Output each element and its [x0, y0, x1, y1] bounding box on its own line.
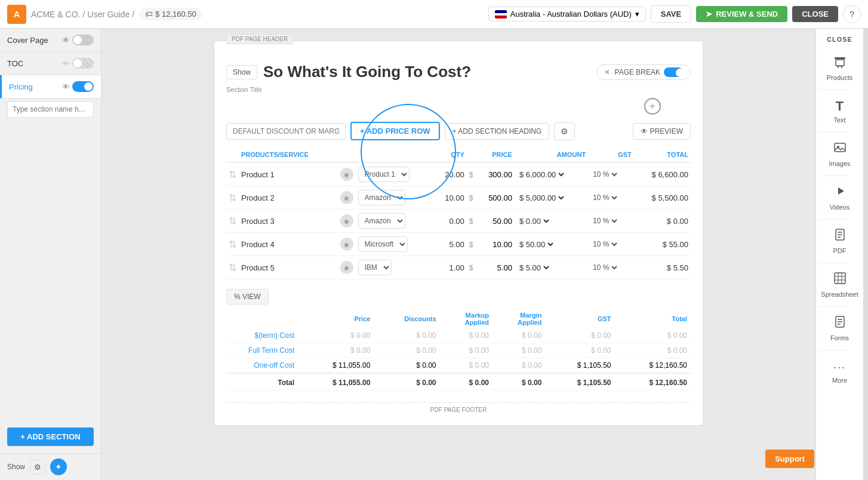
region-selector[interactable]: Australia - Australian Dollars (AUD) ▾: [488, 7, 646, 21]
amount-select[interactable]: $ 0.00: [517, 216, 551, 226]
eye-icon[interactable]: 👁: [62, 36, 70, 45]
toc-toggle-area: 👁: [62, 58, 94, 69]
drag-handle[interactable]: ⇅: [229, 216, 236, 226]
flag-icon: [495, 10, 507, 19]
right-tool-images[interactable]: Images: [819, 134, 861, 174]
supplier-select[interactable]: Amazon: [358, 213, 405, 229]
sidebar-circle-button[interactable]: ✦: [50, 459, 67, 475]
section-name-input[interactable]: [7, 101, 94, 118]
add-price-row-button[interactable]: + ADD PRICE ROW: [350, 122, 440, 140]
supplier-select[interactable]: Microsoft: [358, 236, 408, 252]
gst-select[interactable]: 10 %: [590, 239, 619, 249]
price-cell: 10.00: [475, 233, 514, 256]
right-close-label[interactable]: CLOSE: [824, 33, 855, 45]
sidebar-item-pricing[interactable]: Pricing 👁: [0, 75, 101, 99]
drag-handle[interactable]: ⇅: [229, 263, 236, 273]
summary-gst: $ 0.00: [545, 343, 614, 358]
save-button[interactable]: SAVE: [651, 5, 691, 23]
gst-select[interactable]: 10 %: [590, 170, 619, 179]
section-title: So What's It Going To Cost?: [263, 63, 590, 81]
total-cell: $ 5,500.00: [634, 186, 691, 210]
gst-select[interactable]: 10 %: [590, 263, 619, 272]
add-section-heading-button[interactable]: + ADD SECTION HEADING: [445, 123, 550, 140]
eye-pricing-icon[interactable]: 👁: [62, 82, 70, 91]
right-tool-products[interactable]: Products: [819, 48, 861, 88]
close-button[interactable]: CLOSE: [792, 6, 838, 22]
drag-handle[interactable]: ⇅: [229, 239, 236, 250]
sidebar-item-toc[interactable]: TOC 👁: [0, 52, 101, 75]
qty-input[interactable]: [432, 217, 464, 226]
view-percent-button[interactable]: % VIEW: [226, 289, 269, 304]
supplier-select[interactable]: Product 1: [358, 167, 410, 182]
help-button[interactable]: ?: [843, 5, 861, 23]
text-icon: T: [836, 99, 844, 114]
sum-col-gst: GST: [545, 309, 614, 328]
summary-total: $ 12,160.50: [615, 358, 691, 374]
summary-row-label: $(term) Cost: [226, 328, 298, 343]
summary-total-row: Total $ 11,055.00 $ 0.00 $ 0.00 $ 0.00 $…: [226, 373, 691, 390]
logo-icon: A: [7, 5, 26, 24]
summary-discounts: $ 0.00: [374, 343, 439, 358]
drag-handle[interactable]: ⇅: [229, 193, 236, 203]
amount-select[interactable]: $ 5.00: [517, 263, 551, 273]
qty-input[interactable]: [432, 240, 464, 249]
amount-select[interactable]: $ 5,000.00: [517, 193, 566, 203]
eye-slash-icon[interactable]: 👁: [62, 59, 70, 68]
pricing-toggle-area: 👁: [62, 81, 94, 92]
amount-select[interactable]: $ 50.00: [517, 239, 555, 250]
gst-select[interactable]: 10 %: [590, 216, 619, 226]
gst-cell: 10 %: [590, 170, 632, 179]
drag-handle[interactable]: ⇅: [229, 170, 236, 180]
qty-input[interactable]: [432, 263, 464, 272]
right-tool-videos[interactable]: Videos: [819, 177, 861, 218]
supplier-select[interactable]: IBM: [358, 260, 392, 275]
add-section-button[interactable]: + ADD SECTION: [7, 427, 94, 446]
amount-select[interactable]: $ 6,000.00: [517, 170, 566, 180]
right-tool-more[interactable]: ··· More: [819, 352, 861, 391]
default-discount-input[interactable]: [226, 123, 346, 140]
qty-input[interactable]: [432, 170, 464, 179]
gst-cell: 10 %: [590, 239, 632, 249]
sidebar-gear-button[interactable]: ⚙: [30, 460, 45, 475]
sidebar-toc-label: TOC: [7, 59, 23, 68]
pricing-toggle[interactable]: [72, 81, 94, 92]
summary-table: Price Discounts MarkupApplied MarginAppl…: [226, 309, 691, 390]
review-button[interactable]: ➤ REVIEW & SEND: [696, 6, 787, 22]
breadcrumb-doc[interactable]: User Guide: [87, 10, 130, 19]
spreadsheet-icon: [833, 272, 847, 288]
page-break-switch[interactable]: [664, 67, 683, 77]
right-tool-pdf[interactable]: PDF: [819, 221, 861, 261]
price-cell: 5.00: [475, 256, 514, 279]
qty-input[interactable]: [432, 193, 464, 202]
product-name: Product 1: [239, 162, 338, 186]
support-button[interactable]: Support: [765, 450, 814, 468]
breadcrumb-company[interactable]: ACME & CO.: [31, 10, 80, 19]
plus-button[interactable]: +: [644, 98, 661, 115]
row-icon: ◉: [340, 168, 353, 181]
toc-toggle[interactable]: [72, 58, 94, 69]
page-break-toggle[interactable]: ✕ PAGE BREAK: [596, 64, 691, 80]
sum-col-total: Total: [615, 309, 691, 328]
table-settings-button[interactable]: ⚙: [554, 122, 575, 140]
images-icon: [833, 141, 847, 158]
summary-row: $(term) Cost $ 0.00 $ 0.00 $ 0.00 $ 0.00…: [226, 328, 691, 343]
col-total: TOTAL: [634, 147, 691, 162]
images-label: Images: [829, 160, 850, 167]
cover-toggle[interactable]: [72, 35, 94, 45]
svg-rect-4: [835, 143, 845, 152]
summary-row: Full Term Cost $ 0.00 $ 0.00 $ 0.00 $ 0.…: [226, 343, 691, 358]
amount-cell: $ 5,000.00: [517, 193, 586, 203]
preview-button[interactable]: 👁 PREVIEW: [633, 123, 691, 140]
tool-divider: [819, 90, 849, 90]
right-tool-spreadsheet[interactable]: Spreadsheet: [819, 264, 861, 305]
sidebar-item-cover-page[interactable]: Cover Page 👁: [0, 29, 101, 52]
amount-cell: $ 50.00: [517, 239, 586, 250]
right-tool-text[interactable]: T Text: [819, 91, 861, 131]
supplier-select[interactable]: Amazon: [358, 190, 405, 205]
gst-select[interactable]: 10 %: [590, 193, 619, 202]
amount-cell: $ 5.00: [517, 263, 586, 273]
show-section-button[interactable]: Show: [226, 65, 257, 79]
svg-marker-6: [838, 187, 844, 195]
scroll-indicator[interactable]: [863, 29, 868, 480]
right-tool-forms[interactable]: Forms: [819, 308, 861, 349]
